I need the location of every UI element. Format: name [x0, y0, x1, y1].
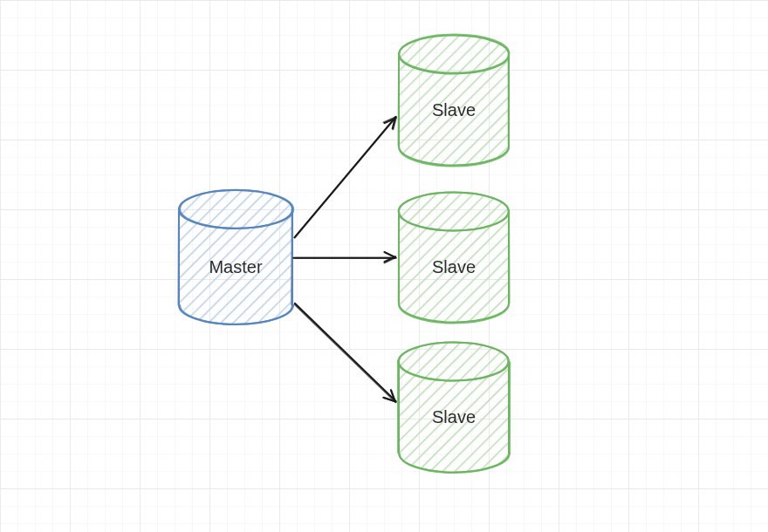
slave-node-label: Slave [432, 100, 476, 120]
slave-node-label: Slave [432, 257, 476, 277]
replication-arrow [293, 252, 396, 263]
replication-arrow [295, 117, 396, 238]
master-node-label: Master [209, 257, 262, 277]
diagram-canvas: Master Slave Slave Slave [0, 0, 768, 532]
replication-arrow [295, 304, 396, 403]
slave-node-label: Slave [432, 407, 476, 427]
